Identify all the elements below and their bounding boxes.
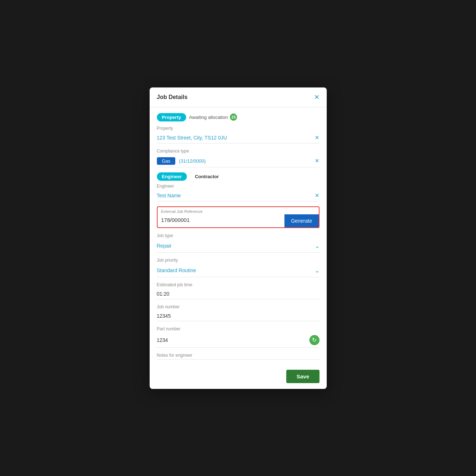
job-type-select[interactable]: Repair ⌄ (157, 240, 320, 253)
estimated-time-value: 01:20 (157, 289, 320, 299)
compliance-date: (31/12/0000) (179, 158, 206, 164)
part-number-label: Part number (157, 326, 320, 331)
awaiting-count-badge: 25 (230, 113, 237, 121)
engineer-tabs-row: Engineer Contractor (157, 172, 320, 181)
job-type-chevron-icon: ⌄ (315, 243, 320, 249)
save-button[interactable]: Save (286, 370, 319, 383)
notes-label: Notes for engineer (157, 353, 320, 360)
modal-title: Job Details (157, 94, 188, 100)
property-remove-icon[interactable]: ✕ (315, 134, 320, 141)
job-number-section: Job number 12345 (157, 304, 320, 321)
top-tabs-row: Property Awaiting allocation 25 (157, 113, 320, 121)
modal-footer: Save (150, 365, 327, 389)
engineer-label: Engineer (157, 184, 320, 189)
job-number-value: 12345 (157, 311, 320, 321)
engineer-value-row: Test Name ✕ (157, 190, 320, 201)
external-ref-label: External Job Reference (158, 207, 319, 214)
job-priority-value: Standard Routine (157, 267, 196, 273)
estimated-time-section: Estimated job time 01:20 (157, 282, 320, 299)
job-number-label: Job number (157, 304, 320, 309)
compliance-section: Compliance type Gas (31/12/0000) ✕ (157, 149, 320, 167)
job-priority-label: Job priority (157, 258, 320, 263)
job-priority-chevron-icon: ⌄ (315, 267, 320, 274)
refresh-icon[interactable]: ↻ (309, 335, 320, 345)
external-ref-box: External Job Reference Generate (157, 206, 320, 228)
compliance-label: Compliance type (157, 149, 320, 154)
generate-button[interactable]: Generate (284, 214, 318, 227)
tab-engineer[interactable]: Engineer (157, 172, 187, 181)
tab-contractor[interactable]: Contractor (190, 172, 224, 181)
modal-close-icon[interactable]: ✕ (314, 93, 320, 101)
part-number-value: 1234 (157, 337, 168, 343)
compliance-badge: Gas (157, 157, 176, 165)
property-label: Property (157, 126, 320, 131)
compliance-row: Gas (31/12/0000) ✕ (157, 155, 320, 167)
property-value-row: 123 Test Street, City, TS12 0JU ✕ (157, 132, 320, 143)
external-ref-input-row: Generate (158, 214, 319, 227)
job-details-modal: Job Details ✕ Property Awaiting allocati… (150, 87, 327, 389)
part-number-row: 1234 ↻ (157, 333, 320, 348)
job-type-section: Job type Repair ⌄ (157, 233, 320, 253)
modal-body: Property Awaiting allocation 25 Property… (150, 107, 327, 365)
job-type-value: Repair (157, 243, 172, 249)
estimated-time-label: Estimated job time (157, 282, 320, 287)
engineer-remove-icon[interactable]: ✕ (315, 192, 320, 199)
property-section: Property 123 Test Street, City, TS12 0JU… (157, 126, 320, 143)
awaiting-allocation-label: Awaiting allocation 25 (189, 113, 237, 121)
job-type-label: Job type (157, 233, 320, 238)
job-priority-select[interactable]: Standard Routine ⌄ (157, 264, 320, 277)
compliance-remove-icon[interactable]: ✕ (315, 158, 320, 164)
external-ref-input[interactable] (158, 215, 285, 226)
engineer-section: Engineer Test Name ✕ (157, 184, 320, 201)
property-value[interactable]: 123 Test Street, City, TS12 0JU (157, 135, 227, 141)
modal-header: Job Details ✕ (150, 87, 327, 107)
job-priority-section: Job priority Standard Routine ⌄ (157, 258, 320, 277)
part-number-section: Part number 1234 ↻ (157, 326, 320, 348)
engineer-value[interactable]: Test Name (157, 193, 181, 198)
tab-property[interactable]: Property (157, 113, 186, 121)
